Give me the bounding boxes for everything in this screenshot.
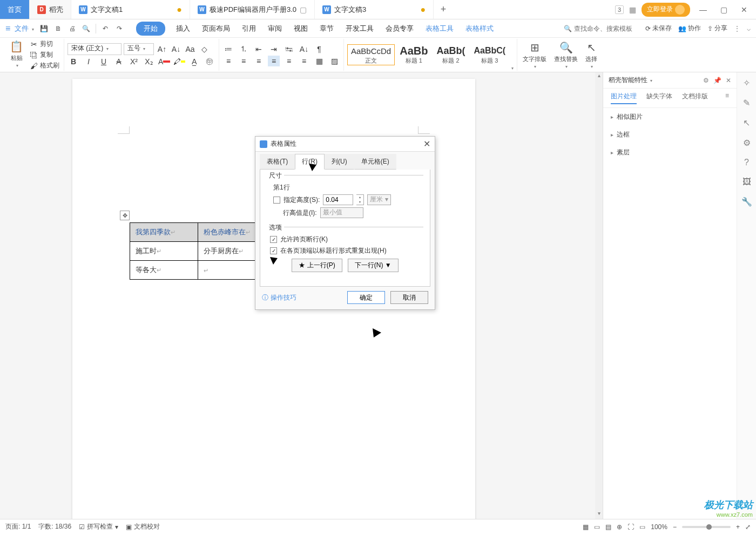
- ribbon-tab-layout[interactable]: 页面布局: [201, 22, 231, 36]
- dlg-tab-table[interactable]: 表格(T): [260, 154, 295, 170]
- text-layout-button[interactable]: ⊞文字排版▾: [521, 40, 549, 70]
- more-icon[interactable]: ⋮: [734, 25, 740, 32]
- word-count[interactable]: 字数: 18/36: [38, 522, 71, 531]
- rp-tab-layout[interactable]: 文档排版: [682, 92, 708, 104]
- rowheight-select[interactable]: 最小值: [320, 207, 363, 218]
- ok-button[interactable]: 确定: [347, 291, 385, 304]
- fmtpaint-button[interactable]: 🖌格式刷: [29, 60, 60, 71]
- print-icon[interactable]: 🖨: [66, 23, 78, 35]
- cursor-icon[interactable]: ↖: [743, 118, 750, 128]
- style-h1[interactable]: AaBb标题 1: [396, 44, 431, 65]
- command-search[interactable]: 🔍: [564, 25, 639, 32]
- border-icon[interactable]: ▦: [313, 56, 325, 66]
- vertical-scrollbar[interactable]: ▴▾: [595, 72, 603, 519]
- tab-doc1[interactable]: W 文字文稿1 ●: [71, 0, 190, 19]
- coop-link[interactable]: 👥 协作: [678, 24, 701, 33]
- fit-icon[interactable]: ⤢: [745, 523, 751, 531]
- height-unit-select[interactable]: 厘米 ▾: [367, 194, 390, 205]
- style-normal[interactable]: AaBbCcDd正文: [347, 44, 395, 65]
- rp-menu-icon[interactable]: ≡: [725, 92, 729, 104]
- maximize-button[interactable]: ▢: [716, 5, 731, 14]
- tool-icon[interactable]: 🔧: [741, 197, 752, 207]
- rp-item-similar[interactable]: 相似图片: [603, 108, 737, 126]
- pen-icon[interactable]: ✎: [743, 98, 750, 108]
- height-spinner[interactable]: ▴▾: [356, 194, 364, 205]
- style-h2[interactable]: AaBb(标题 2: [433, 44, 469, 65]
- ribbon-tab-tabletool[interactable]: 表格工具: [424, 22, 455, 36]
- collapse-ribbon-icon[interactable]: ⌵: [747, 25, 751, 32]
- sort-icon[interactable]: A↓: [298, 44, 310, 55]
- ribbon-tab-view[interactable]: 视图: [293, 22, 309, 36]
- dlg-tab-row[interactable]: 行(R): [295, 154, 325, 170]
- zoom-slider[interactable]: [682, 526, 731, 528]
- shading2-icon[interactable]: ▨: [328, 56, 340, 66]
- ribbon-tab-insert[interactable]: 插入: [175, 22, 191, 36]
- save-icon[interactable]: 💾: [38, 23, 50, 35]
- zoom-minus[interactable]: −: [673, 523, 677, 531]
- highlight-button[interactable]: 🖍: [173, 56, 185, 67]
- sparkle-icon[interactable]: ✧: [743, 78, 750, 88]
- tips-link[interactable]: ⓘ 操作技巧: [262, 293, 296, 302]
- tab-icon[interactable]: ⭾: [283, 44, 295, 55]
- unsaved-link[interactable]: ⟳ 未保存: [645, 24, 672, 33]
- tab-pdf[interactable]: W 极速PDF编辑器用户手册3.0 ▢: [190, 0, 315, 19]
- style-h3[interactable]: AaBbC(标题 3: [470, 44, 509, 65]
- dialog-titlebar[interactable]: 表格属性 ✕: [255, 137, 435, 152]
- close-button[interactable]: ✕: [737, 5, 752, 14]
- repeat-header-checkbox[interactable]: [270, 247, 277, 254]
- rp-tab-image[interactable]: 图片处理: [611, 92, 637, 104]
- superscript-button[interactable]: X²: [128, 56, 140, 67]
- settings-icon[interactable]: ⚙: [743, 138, 751, 148]
- italic-button[interactable]: I: [83, 56, 94, 67]
- align-center-icon[interactable]: ≡: [238, 56, 249, 66]
- line-spacing-icon[interactable]: ≡: [298, 56, 310, 66]
- next-row-button[interactable]: 下一行(N) ▼: [348, 259, 399, 272]
- pin-icon[interactable]: 📌: [713, 77, 721, 84]
- styles-more-icon[interactable]: ▾: [511, 66, 514, 71]
- tab-daocao[interactable]: D稻壳: [30, 0, 71, 19]
- view-mode-icon[interactable]: ▦: [583, 523, 589, 531]
- preview-icon[interactable]: 🔍: [80, 23, 92, 35]
- underline-button[interactable]: U: [98, 56, 110, 67]
- clear-format-icon[interactable]: ◇: [198, 44, 210, 55]
- shrink-font-icon[interactable]: A↓: [170, 44, 182, 55]
- close-icon[interactable]: ✕: [726, 77, 731, 84]
- document-table[interactable]: 我第四季款↵ 粉色赤峰市在↵ 施工时↵ 分手厨房在↵ 等各大↵ ↵: [130, 222, 266, 280]
- grow-font-icon[interactable]: A↑: [156, 44, 168, 55]
- page-indicator[interactable]: 页面: 1/1: [5, 522, 31, 531]
- indent-dec-icon[interactable]: ⇤: [253, 44, 265, 55]
- close-icon[interactable]: ▢: [300, 5, 307, 14]
- ribbon-tab-review[interactable]: 审阅: [267, 22, 283, 36]
- ribbon-tab-ref[interactable]: 引用: [241, 22, 257, 36]
- menu-icon[interactable]: ≡: [5, 24, 10, 33]
- zoom-plus[interactable]: +: [736, 523, 740, 531]
- gear-icon[interactable]: ⚙: [703, 77, 709, 84]
- help-icon[interactable]: ?: [744, 158, 749, 167]
- paste-button[interactable]: 📋粘贴▾: [8, 39, 25, 71]
- circle-char-button[interactable]: ㊞: [204, 56, 215, 67]
- ribbon-tab-tablestyle[interactable]: 表格样式: [464, 22, 495, 36]
- view-outline-icon[interactable]: ▤: [605, 523, 611, 531]
- change-case-icon[interactable]: Aa: [184, 44, 196, 55]
- height-input[interactable]: [323, 194, 353, 205]
- ribbon-tab-dev[interactable]: 开发工具: [345, 22, 375, 36]
- spellcheck-button[interactable]: ☑ 拼写检查 ▾: [79, 522, 118, 531]
- bold-button[interactable]: B: [68, 56, 79, 67]
- strike-button[interactable]: A: [113, 56, 125, 67]
- proofread-button[interactable]: ▣ 文档校对: [126, 522, 160, 531]
- view-web-icon[interactable]: ⊕: [617, 523, 622, 531]
- shading-button[interactable]: A̲: [188, 56, 200, 67]
- cancel-button[interactable]: 取消: [390, 291, 428, 304]
- height-checkbox[interactable]: [273, 197, 280, 204]
- align-left-icon[interactable]: ≡: [222, 56, 234, 66]
- copy-button[interactable]: ⿻复制: [29, 50, 60, 60]
- minimize-button[interactable]: —: [696, 5, 711, 14]
- file-menu[interactable]: 文件 ▾: [12, 24, 36, 33]
- rp-item-layer[interactable]: 素层: [603, 144, 737, 161]
- table-cell[interactable]: 我第四季款↵: [130, 223, 198, 242]
- login-button[interactable]: 立即登录: [642, 3, 690, 17]
- dialog-close-button[interactable]: ✕: [423, 139, 430, 149]
- select-button[interactable]: ↖选择▾: [583, 40, 599, 70]
- find-replace-button[interactable]: 🔍查找替换▾: [552, 40, 580, 70]
- dlg-tab-col[interactable]: 列(U): [325, 154, 354, 170]
